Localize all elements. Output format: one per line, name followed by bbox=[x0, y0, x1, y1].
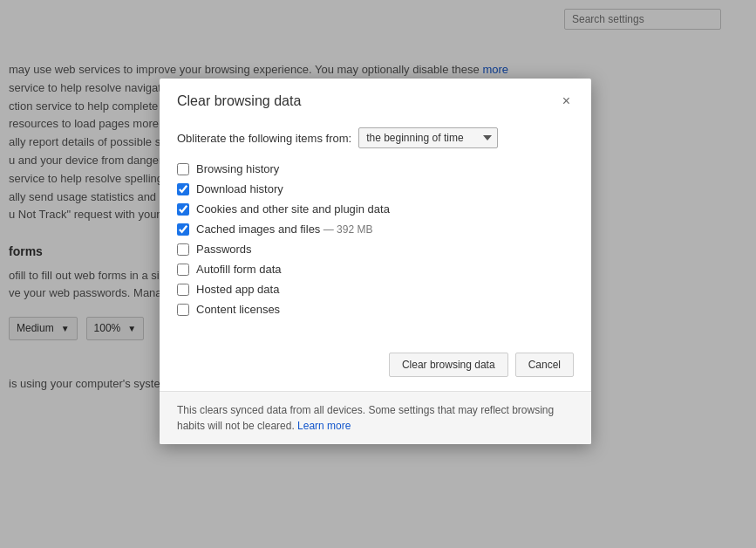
checkbox-cb2[interactable] bbox=[177, 183, 189, 195]
list-item: Download history bbox=[177, 182, 574, 195]
list-item: Passwords bbox=[177, 243, 574, 256]
checkbox-label[interactable]: Download history bbox=[196, 182, 283, 195]
footer-text: This clears synced data from all devices… bbox=[177, 404, 554, 432]
checkbox-label[interactable]: Cached images and files — 392 MB bbox=[196, 223, 372, 236]
clear-browsing-data-dialog: Clear browsing data × Obliterate the fol… bbox=[160, 79, 591, 444]
checkbox-cb1[interactable] bbox=[177, 163, 189, 175]
checkbox-cb7[interactable] bbox=[177, 284, 189, 296]
list-item: Cached images and files — 392 MB bbox=[177, 223, 574, 236]
dialog-title: Clear browsing data bbox=[177, 93, 301, 109]
checkbox-cb5[interactable] bbox=[177, 243, 189, 256]
checkbox-list: Browsing historyDownload historyCookies … bbox=[177, 162, 574, 316]
time-range-select[interactable]: the beginning of timethe past hourthe pa… bbox=[358, 127, 498, 148]
list-item: Browsing history bbox=[177, 162, 574, 175]
checkbox-label[interactable]: Cookies and other site and plugin data bbox=[196, 202, 390, 216]
obliterate-row: Obliterate the following items from: the… bbox=[177, 127, 574, 148]
checkbox-label[interactable]: Hosted app data bbox=[196, 283, 279, 296]
checkbox-label[interactable]: Autofill form data bbox=[196, 263, 282, 276]
close-button[interactable]: × bbox=[559, 92, 574, 110]
checkbox-cb3[interactable] bbox=[177, 203, 189, 216]
checkbox-cb6[interactable] bbox=[177, 264, 189, 276]
checkbox-label[interactable]: Passwords bbox=[196, 243, 252, 256]
checkbox-cb4[interactable] bbox=[177, 223, 189, 236]
checkbox-label[interactable]: Content licenses bbox=[196, 303, 280, 316]
list-item: Content licenses bbox=[177, 303, 574, 316]
dialog-footer: This clears synced data from all devices… bbox=[160, 391, 591, 444]
learn-more-link[interactable]: Learn more bbox=[297, 420, 351, 432]
dialog-header: Clear browsing data × bbox=[160, 79, 591, 119]
obliterate-label: Obliterate the following items from: bbox=[177, 132, 351, 145]
dialog-body: Obliterate the following items from: the… bbox=[160, 119, 591, 344]
dialog-actions: Clear browsing data Cancel bbox=[160, 344, 591, 391]
checkbox-cb8[interactable] bbox=[177, 304, 189, 316]
list-item: Autofill form data bbox=[177, 263, 574, 276]
clear-browsing-data-button[interactable]: Clear browsing data bbox=[389, 353, 508, 377]
cancel-button[interactable]: Cancel bbox=[515, 353, 574, 377]
list-item: Cookies and other site and plugin data bbox=[177, 202, 574, 216]
list-item: Hosted app data bbox=[177, 283, 574, 296]
checkbox-label[interactable]: Browsing history bbox=[196, 162, 279, 175]
